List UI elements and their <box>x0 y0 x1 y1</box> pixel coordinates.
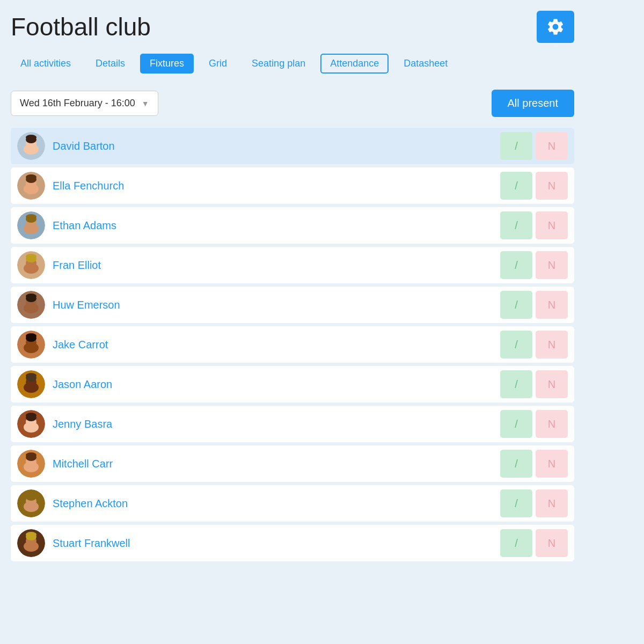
tab-fixtures[interactable]: Fixtures <box>140 54 194 74</box>
avatar-image <box>17 450 45 478</box>
attendance-actions: / N <box>500 489 568 517</box>
absent-button[interactable]: N <box>536 291 568 319</box>
tab-seating-plan[interactable]: Seating plan <box>242 54 315 74</box>
svg-point-39 <box>26 413 36 418</box>
date-selector[interactable]: Wed 16th February - 16:00 ▼ <box>11 91 158 116</box>
attendance-actions: / N <box>500 450 568 478</box>
attendance-actions: / N <box>500 529 568 557</box>
attendance-actions: / N <box>500 172 568 200</box>
member-name: David Barton <box>53 140 493 152</box>
tab-details[interactable]: Details <box>86 54 135 74</box>
absent-button[interactable]: N <box>536 410 568 438</box>
member-name: Jake Carrot <box>53 339 493 351</box>
table-row: Huw Emerson / N <box>11 287 574 323</box>
member-name: Stuart Frankwell <box>53 537 493 550</box>
tab-grid[interactable]: Grid <box>199 54 237 74</box>
table-row: Stephen Ackton / N <box>11 485 574 522</box>
attendance-actions: / N <box>500 410 568 438</box>
present-button[interactable]: / <box>500 132 532 160</box>
svg-point-9 <box>26 174 36 180</box>
table-row: Mitchell Carr / N <box>11 445 574 482</box>
table-row: Jenny Basra / N <box>11 406 574 442</box>
avatar-image <box>17 331 45 358</box>
svg-point-54 <box>26 532 36 537</box>
toolbar: Wed 16th February - 16:00 ▼ All present <box>11 90 574 117</box>
absent-button[interactable]: N <box>536 211 568 239</box>
member-name: Stephen Ackton <box>53 497 493 510</box>
avatar-image <box>17 410 45 438</box>
table-row: Ethan Adams / N <box>11 207 574 244</box>
present-button[interactable]: / <box>500 172 532 200</box>
avatar-image <box>17 529 45 557</box>
table-row: Fran Elliot / N <box>11 247 574 283</box>
svg-point-4 <box>26 135 36 140</box>
avatar-image <box>17 489 45 517</box>
svg-point-14 <box>26 214 36 219</box>
present-button[interactable]: / <box>500 529 532 557</box>
absent-button[interactable]: N <box>536 529 568 557</box>
absent-button[interactable]: N <box>536 251 568 279</box>
member-name: Mitchell Carr <box>53 458 493 470</box>
member-name: Fran Elliot <box>53 259 493 272</box>
attendance-actions: / N <box>500 291 568 319</box>
svg-point-34 <box>26 373 36 378</box>
present-button[interactable]: / <box>500 489 532 517</box>
avatar-image <box>17 132 45 160</box>
absent-button[interactable]: N <box>536 450 568 478</box>
all-present-button[interactable]: All present <box>492 90 575 117</box>
absent-button[interactable]: N <box>536 331 568 358</box>
table-row: Stuart Frankwell / N <box>11 525 574 561</box>
table-row: Jake Carrot / N <box>11 326 574 363</box>
page-title: Football club <box>11 12 151 41</box>
attendance-actions: / N <box>500 132 568 160</box>
date-label: Wed 16th February - 16:00 <box>20 98 135 109</box>
avatar-image <box>17 251 45 279</box>
avatar-image <box>17 370 45 398</box>
tab-attendance[interactable]: Attendance <box>320 54 389 74</box>
tab-datasheet[interactable]: Datasheet <box>394 54 457 74</box>
attendance-actions: / N <box>500 331 568 358</box>
member-name: Ella Fenchurch <box>53 180 493 192</box>
attendance-actions: / N <box>500 251 568 279</box>
present-button[interactable]: / <box>500 331 532 358</box>
svg-point-29 <box>26 333 36 339</box>
member-name: Jason Aaron <box>53 378 493 391</box>
absent-button[interactable]: N <box>536 132 568 160</box>
attendance-list: David Barton / N Ella Fenchurch / N Etha… <box>11 128 574 561</box>
attendance-actions: / N <box>500 370 568 398</box>
absent-button[interactable]: N <box>536 370 568 398</box>
gear-icon <box>546 17 565 36</box>
avatar-image <box>17 211 45 239</box>
svg-point-44 <box>26 452 36 458</box>
avatar-image <box>17 291 45 319</box>
member-name: Huw Emerson <box>53 299 493 311</box>
present-button[interactable]: / <box>500 291 532 319</box>
chevron-down-icon: ▼ <box>142 99 149 108</box>
present-button[interactable]: / <box>500 410 532 438</box>
settings-button[interactable] <box>537 11 574 43</box>
present-button[interactable]: / <box>500 450 532 478</box>
svg-point-19 <box>26 254 36 259</box>
present-button[interactable]: / <box>500 211 532 239</box>
svg-point-24 <box>26 294 36 299</box>
present-button[interactable]: / <box>500 251 532 279</box>
table-row: David Barton / N <box>11 128 574 164</box>
avatar-image <box>17 172 45 200</box>
table-row: Jason Aaron / N <box>11 366 574 402</box>
member-name: Jenny Basra <box>53 418 493 430</box>
absent-button[interactable]: N <box>536 172 568 200</box>
member-name: Ethan Adams <box>53 219 493 232</box>
present-button[interactable]: / <box>500 370 532 398</box>
attendance-actions: / N <box>500 211 568 239</box>
table-row: Ella Fenchurch / N <box>11 167 574 204</box>
tab-nav: All activities Details Fixtures Grid Sea… <box>11 54 574 74</box>
absent-button[interactable]: N <box>536 489 568 517</box>
page-header: Football club <box>11 11 574 43</box>
tab-all-activities[interactable]: All activities <box>11 54 80 74</box>
svg-point-49 <box>26 492 36 497</box>
